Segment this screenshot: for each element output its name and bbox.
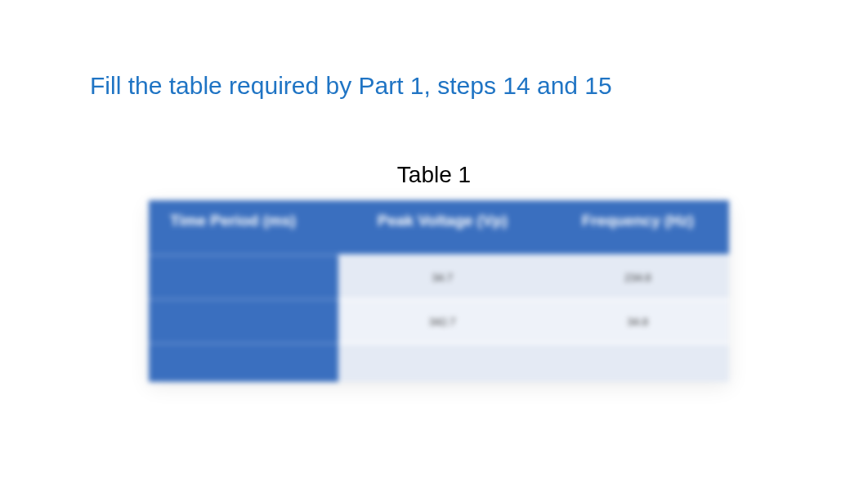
table-caption: Table 1 <box>0 162 868 188</box>
cell-frequency: 34.8 <box>547 298 729 343</box>
cell-frequency: 234.8 <box>547 254 729 298</box>
cell-time-period <box>149 298 338 343</box>
page-title: Fill the table required by Part 1, steps… <box>90 72 612 100</box>
cell-peak-voltage: 342.7 <box>338 298 547 343</box>
data-table-container: Time Period (ms) Peak Voltage (Vp) Frequ… <box>149 200 729 382</box>
cell-time-period <box>149 254 338 298</box>
col-header-time-period: Time Period (ms) <box>149 200 338 254</box>
data-table: Time Period (ms) Peak Voltage (Vp) Frequ… <box>149 200 729 382</box>
table-row: 34.7 234.8 <box>149 254 729 298</box>
cell-peak-voltage <box>338 343 547 382</box>
cell-peak-voltage: 34.7 <box>338 254 547 298</box>
table-row: 342.7 34.8 <box>149 298 729 343</box>
col-header-peak-voltage: Peak Voltage (Vp) <box>338 200 547 254</box>
table-row <box>149 343 729 382</box>
cell-time-period <box>149 343 338 382</box>
cell-frequency <box>547 343 729 382</box>
table-header-row: Time Period (ms) Peak Voltage (Vp) Frequ… <box>149 200 729 254</box>
col-header-frequency: Frequency (Hz) <box>547 200 729 254</box>
